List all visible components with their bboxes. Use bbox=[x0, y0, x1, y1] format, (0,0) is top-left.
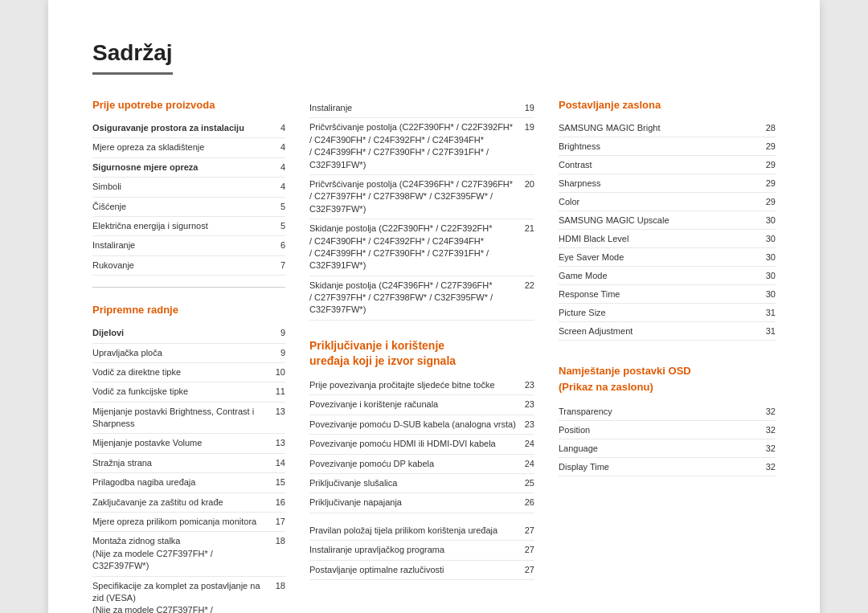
divider bbox=[92, 287, 285, 288]
mid-column: Instaliranje19Pričvršćivanje postolja (C… bbox=[309, 99, 534, 613]
mid-entry: Prije povezivanja pročitajte sljedeće bi… bbox=[309, 376, 534, 395]
entry-label: Skidanje postolja (C22F390FH* / C22F392F… bbox=[309, 223, 525, 272]
right-section1-title: Postavljanje zaslona bbox=[559, 99, 776, 111]
entry-page: 32 bbox=[766, 425, 776, 435]
toc-entry: Mjere opreza za skladištenje4 bbox=[92, 138, 285, 157]
section1-title: Prije upotrebe proizvoda bbox=[92, 99, 285, 111]
entry-label: Vodič za funkcijske tipke bbox=[92, 386, 276, 398]
mid-entry: Skidanje postolja (C24F396FH* / C27F396F… bbox=[309, 276, 534, 321]
toc-entry: Montaža zidnog stalka(Nije za modele C27… bbox=[92, 532, 285, 576]
toc-entry: Mjere opreza prilikom pomicanja monitora… bbox=[92, 513, 285, 532]
mid-section3-entries: Pravilan položaj tijela prilikom korište… bbox=[309, 521, 534, 580]
right-entry: Language32 bbox=[559, 439, 776, 458]
toc-entry: Specifikacije za komplet za postavljanje… bbox=[92, 577, 285, 613]
mid-entry: Povezivanje pomoću HDMI ili HDMI-DVI kab… bbox=[309, 435, 534, 454]
entry-page: 22 bbox=[525, 280, 534, 290]
entry-page: 5 bbox=[280, 221, 285, 231]
toc-entry: Električna energija i sigurnost5 bbox=[92, 217, 285, 236]
entry-label: Osiguravanje prostora za instalaciju bbox=[92, 122, 280, 134]
right-entry: Sharpness29 bbox=[559, 174, 776, 193]
entry-page: 27 bbox=[525, 545, 534, 554]
entry-label: SAMSUNG MAGIC Upscale bbox=[559, 215, 766, 225]
entry-label: Transparency bbox=[559, 407, 766, 416]
toc-columns: Prije upotrebe proizvoda Osiguravanje pr… bbox=[92, 99, 776, 613]
entry-page: 17 bbox=[276, 517, 285, 526]
entry-label: Response Time bbox=[559, 289, 766, 299]
left-section2-entries: Dijelovi9Upravljačka ploča9Vodič za dire… bbox=[92, 324, 285, 613]
toc-entry: Stražnja strana14 bbox=[92, 454, 285, 473]
entry-label: Rukovanje bbox=[92, 260, 280, 272]
entry-page: 32 bbox=[766, 443, 776, 453]
entry-page: 27 bbox=[525, 565, 534, 574]
mid-entry: Instaliranje upravljačkog programa27 bbox=[309, 541, 534, 560]
right-entry: Display Time32 bbox=[559, 458, 776, 476]
entry-label: Contrast bbox=[559, 160, 766, 170]
entry-label: Eye Saver Mode bbox=[559, 252, 766, 262]
entry-label: Position bbox=[559, 425, 766, 435]
toc-entry: Mijenjanje postavki Brightness, Contrast… bbox=[92, 403, 285, 435]
right-entry: SAMSUNG MAGIC Bright28 bbox=[559, 119, 776, 137]
entry-page: 4 bbox=[280, 142, 285, 152]
entry-page: 32 bbox=[766, 462, 776, 472]
entry-page: 13 bbox=[276, 438, 285, 447]
mid-entry: Pravilan položaj tijela prilikom korište… bbox=[309, 521, 534, 541]
entry-label: Mjere opreza prilikom pomicanja monitora bbox=[92, 516, 276, 528]
entry-label: Pričvršćivanje postolja (C24F396FH* / C2… bbox=[309, 178, 525, 215]
entry-page: 20 bbox=[525, 179, 534, 189]
right-entry: Transparency32 bbox=[559, 403, 776, 421]
entry-label: Povezivanje pomoću DP kabela bbox=[309, 458, 525, 470]
mid-entry: Priključivanje napajanja26 bbox=[309, 493, 534, 513]
entry-label: Električna energija i sigurnost bbox=[92, 220, 280, 232]
entry-label: Brightness bbox=[559, 141, 766, 151]
toc-entry: Vodič za direktne tipke10 bbox=[92, 363, 285, 382]
right-entry: Eye Saver Mode30 bbox=[559, 248, 776, 267]
right-entry: Game Mode30 bbox=[559, 267, 776, 285]
entry-label: Prije povezivanja pročitajte sljedeće bi… bbox=[309, 379, 525, 391]
right-column: Postavljanje zaslona SAMSUNG MAGIC Brigh… bbox=[559, 99, 776, 613]
entry-label: Instaliranje bbox=[309, 102, 525, 114]
mid-entry: Pričvršćivanje postolja (C24F396FH* / C2… bbox=[309, 175, 534, 219]
entry-page: 23 bbox=[525, 380, 534, 390]
right-entry: Response Time30 bbox=[559, 285, 776, 304]
entry-label: Vodič za direktne tipke bbox=[92, 366, 276, 378]
right-entry: HDMI Black Level30 bbox=[559, 230, 776, 248]
entry-label: Simboli bbox=[92, 181, 280, 193]
entry-page: 29 bbox=[766, 197, 776, 206]
entry-page: 4 bbox=[280, 123, 285, 133]
mid-entry: Povezivanje pomoću D-SUB kabela (analogn… bbox=[309, 415, 534, 435]
mid-section2-entries: Prije povezivanja pročitajte sljedeće bi… bbox=[309, 376, 534, 513]
entry-page: 19 bbox=[525, 103, 534, 112]
right-entry: Screen Adjustment31 bbox=[559, 322, 776, 341]
right-entry: SAMSUNG MAGIC Upscale30 bbox=[559, 211, 776, 230]
toc-entry: Dijelovi9 bbox=[92, 324, 285, 343]
entry-label: Screen Adjustment bbox=[559, 326, 766, 336]
entry-label: Montaža zidnog stalka(Nije za modele C27… bbox=[92, 535, 276, 572]
entry-page: 4 bbox=[280, 182, 285, 191]
entry-page: 10 bbox=[276, 367, 285, 377]
entry-label: Pričvršćivanje postolja (C22F390FH* / C2… bbox=[309, 121, 525, 171]
entry-label: Skidanje postolja (C24F396FH* / C27F396F… bbox=[309, 280, 525, 317]
section2-title: Pripremne radnje bbox=[92, 304, 285, 316]
entry-label: Priključivanje slušalica bbox=[309, 477, 525, 489]
entry-page: 29 bbox=[766, 178, 776, 188]
entry-page: 24 bbox=[525, 459, 534, 468]
entry-page: 4 bbox=[280, 162, 285, 172]
mid-heading2: Priključivanje i korištenjeuređaja koji … bbox=[309, 338, 534, 370]
entry-page: 11 bbox=[276, 386, 285, 396]
entry-label: Color bbox=[559, 197, 766, 206]
entry-label: HDMI Black Level bbox=[559, 234, 766, 243]
mid-entry: Postavljanje optimalne razlučivosti27 bbox=[309, 561, 534, 580]
entry-label: Display Time bbox=[559, 462, 766, 472]
right-section2-title: Namještanje postavki OSD(Prikaz na zaslo… bbox=[559, 363, 776, 394]
right-entry: Color29 bbox=[559, 193, 776, 211]
toc-entry: Upravljačka ploča9 bbox=[92, 344, 285, 363]
toc-entry: Mijenjanje postavke Volume13 bbox=[92, 434, 285, 453]
mid-entry: Povezivanje i korištenje računala23 bbox=[309, 395, 534, 415]
entry-page: 28 bbox=[766, 123, 776, 133]
entry-label: Povezivanje i korištenje računala bbox=[309, 398, 525, 411]
toc-entry: Rukovanje7 bbox=[92, 256, 285, 276]
right-entry: Contrast29 bbox=[559, 156, 776, 174]
entry-label: Pravilan položaj tijela prilikom korište… bbox=[309, 525, 525, 537]
toc-entry: Čišćenje5 bbox=[92, 198, 285, 217]
entry-page: 31 bbox=[766, 308, 776, 317]
